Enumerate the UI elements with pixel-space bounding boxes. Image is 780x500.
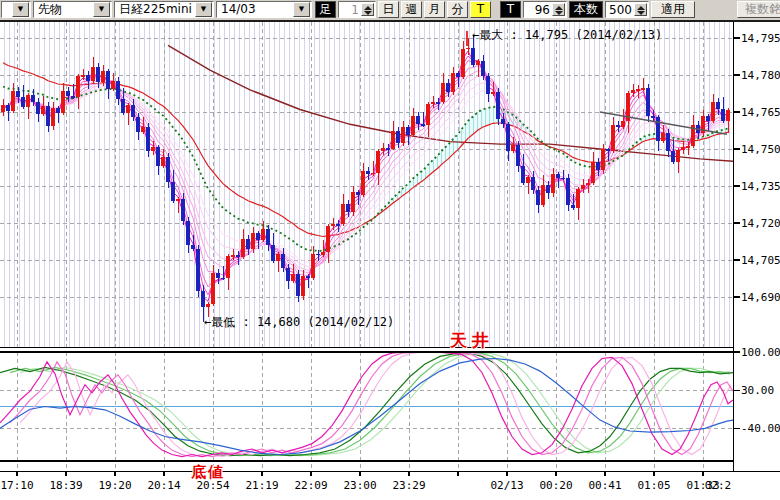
period-tick-button-active[interactable]: T xyxy=(470,1,491,18)
period-day-button[interactable]: 日 xyxy=(378,1,399,18)
instrument-type-value: 先物 xyxy=(38,2,93,17)
count-value: 500 xyxy=(608,3,632,18)
chevron-down-icon[interactable]: ▼ xyxy=(93,2,110,17)
count-label: 本数 xyxy=(569,1,603,18)
tick-value-spinner[interactable]: 96 xyxy=(523,1,567,18)
multi-symbol-button[interactable]: 複数銘柄 xyxy=(737,1,780,18)
chart-history-dropdown[interactable]: ▼ xyxy=(1,1,31,18)
min-price-annotation: ←最低 : 14,680 (2014/02/12) xyxy=(204,314,394,331)
instrument-type-combo[interactable]: 先物 ▼ xyxy=(33,1,112,18)
count-spinner[interactable]: 500 xyxy=(605,1,649,18)
chevron-down-icon[interactable]: ▼ xyxy=(12,2,29,17)
price-and-oscillator-chart xyxy=(0,0,780,500)
bottom-annotation: 底値 xyxy=(191,463,225,482)
max-price-annotation: ←最大 : 14,795 (2014/02/13) xyxy=(472,27,662,44)
bar-interval-spinner[interactable]: 1 xyxy=(338,1,376,18)
bar-label: 足 xyxy=(315,1,336,18)
symbol-combo[interactable]: 日経225mini ▼ xyxy=(114,1,214,18)
tick-label: T xyxy=(500,1,521,18)
chart-application-window: ▼ 先物 ▼ 日経225mini ▼ 14/03 ▼ 足 1 日 週 月 分 T… xyxy=(0,0,780,500)
ceiling-annotation: 天井 xyxy=(450,329,494,352)
chevron-down-icon[interactable]: ▼ xyxy=(293,2,310,17)
toolbar: ▼ 先物 ▼ 日経225mini ▼ 14/03 ▼ 足 1 日 週 月 分 T… xyxy=(0,0,780,22)
period-week-button[interactable]: 週 xyxy=(401,1,422,18)
spinner-arrows-icon[interactable] xyxy=(552,3,565,16)
tick-value: 96 xyxy=(526,3,550,18)
spinner-arrows-icon[interactable] xyxy=(634,3,647,16)
symbol-value: 日経225mini xyxy=(119,2,195,17)
chevron-down-icon[interactable]: ▼ xyxy=(195,2,212,17)
bar-interval-value: 1 xyxy=(341,3,359,18)
period-month-button[interactable]: 月 xyxy=(424,1,445,18)
apply-button[interactable]: 適用 xyxy=(651,1,695,18)
contract-month-combo[interactable]: 14/03 ▼ xyxy=(216,1,312,18)
period-minute-button[interactable]: 分 xyxy=(447,1,468,18)
spinner-arrows-icon[interactable] xyxy=(361,3,374,16)
contract-month-value: 14/03 xyxy=(221,2,293,17)
